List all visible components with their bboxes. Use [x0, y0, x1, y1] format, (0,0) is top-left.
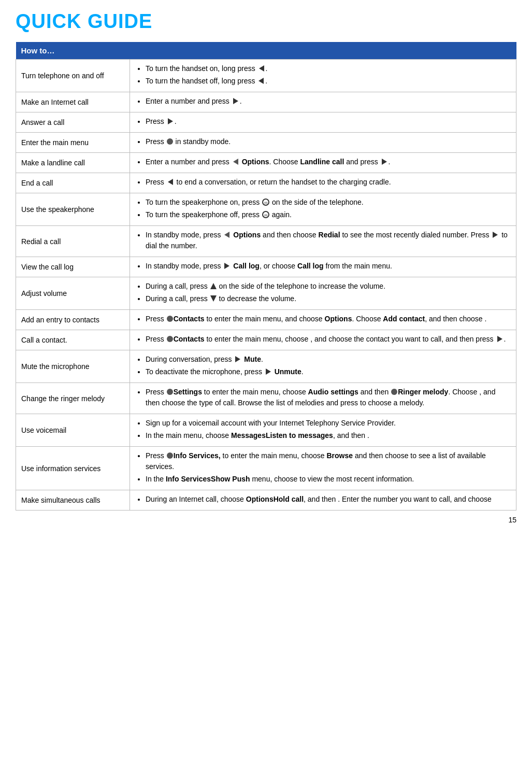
- table-row: Make an Internet callEnter a number and …: [16, 92, 516, 112]
- row-label: View the call log: [16, 257, 130, 277]
- list-item: Enter a number and press Options. Choose…: [146, 157, 511, 167]
- svg-point-18: [167, 336, 173, 342]
- svg-text:∞: ∞: [264, 200, 267, 205]
- svg-point-24: [167, 452, 173, 459]
- svg-marker-20: [235, 356, 240, 362]
- row-content: Press Contacts to enter the main menu, a…: [130, 310, 516, 330]
- svg-marker-16: [210, 295, 217, 302]
- table-header-col1: How to…: [16, 42, 516, 60]
- list-item: Press to end a conversation, or return t…: [146, 177, 511, 188]
- list-item: Sign up for a voicemail account with you…: [146, 418, 511, 429]
- table-row: Add an entry to contactsPress Contacts t…: [16, 310, 516, 330]
- svg-marker-12: [224, 232, 229, 238]
- row-content: Press Settings to enter the main menu, c…: [130, 383, 516, 414]
- row-label: Make an Internet call: [16, 92, 130, 112]
- row-content: Press in standby mode.: [130, 133, 516, 153]
- svg-marker-1: [258, 78, 264, 84]
- row-label: Call a contact.: [16, 330, 130, 350]
- svg-marker-2: [233, 98, 238, 104]
- row-content: Press .: [130, 112, 516, 133]
- table-row: Adjust volumeDuring a call, press on the…: [16, 277, 516, 310]
- list-item: Press Contacts to enter the main menu, c…: [146, 334, 511, 345]
- list-item: During a call, press on the side of the …: [146, 281, 511, 292]
- row-label: Change the ringer melody: [16, 383, 130, 414]
- row-label: Mute the microphone: [16, 350, 130, 383]
- row-content: During an Internet call, choose OptionsH…: [130, 490, 516, 511]
- list-item: Press Settings to enter the main menu, c…: [146, 387, 511, 408]
- svg-marker-21: [266, 369, 271, 375]
- row-label: Use voicemail: [16, 414, 130, 447]
- table-row: View the call logIn standby mode, press …: [16, 257, 516, 277]
- table-row: Use information servicesPress Info Servi…: [16, 447, 516, 490]
- svg-text:∞: ∞: [264, 212, 267, 218]
- svg-marker-19: [497, 336, 502, 342]
- svg-marker-13: [493, 232, 498, 238]
- svg-marker-15: [210, 283, 217, 289]
- row-label: Add an entry to contacts: [16, 310, 130, 330]
- row-label: Turn telephone on and off: [16, 60, 130, 92]
- row-label: Answer a call: [16, 112, 130, 133]
- svg-marker-0: [259, 65, 264, 72]
- table-row: Enter the main menuPress in standby mode…: [16, 133, 516, 153]
- quick-guide-table: How to… Turn telephone on and offTo turn…: [16, 42, 516, 511]
- row-label: Enter the main menu: [16, 133, 130, 153]
- row-label: Use information services: [16, 447, 130, 490]
- svg-point-23: [391, 389, 397, 395]
- table-row: Answer a callPress .: [16, 112, 516, 133]
- svg-marker-6: [382, 159, 387, 165]
- list-item: Press .: [146, 116, 511, 127]
- list-item: During an Internet call, choose OptionsH…: [146, 494, 511, 505]
- list-item: To turn the handset off, long press .: [146, 76, 511, 87]
- list-item: Enter a number and press .: [146, 96, 511, 107]
- row-content: Enter a number and press Options. Choose…: [130, 153, 516, 173]
- list-item: Press Info Services, to enter the main m…: [146, 450, 511, 472]
- list-item: In the main menu, choose MessagesListen …: [146, 430, 511, 441]
- table-row: End a callPress to end a conversation, o…: [16, 173, 516, 193]
- row-content: Press Contacts to enter the main menu, c…: [130, 330, 516, 350]
- table-row: Make a landline callEnter a number and p…: [16, 153, 516, 173]
- list-item: In standby mode, press Options and then …: [146, 230, 511, 251]
- row-content: Enter a number and press .: [130, 92, 516, 112]
- list-item: In standby mode, press Call log, or choo…: [146, 261, 511, 272]
- row-content: During a call, press on the side of the …: [130, 277, 516, 310]
- list-item: During a call, press to decrease the vol…: [146, 293, 511, 304]
- table-row: Use the speakerphoneTo turn the speakerp…: [16, 193, 516, 226]
- svg-point-22: [167, 389, 173, 395]
- svg-point-4: [167, 138, 173, 145]
- list-item: To turn the handset on, long press .: [146, 63, 511, 74]
- svg-point-17: [167, 316, 173, 322]
- table-row: Turn telephone on and offTo turn the han…: [16, 60, 516, 92]
- row-content: Press Info Services, to enter the main m…: [130, 447, 516, 490]
- row-content: To turn the speakerphone on, press ∞ on …: [130, 193, 516, 226]
- svg-marker-14: [224, 263, 229, 269]
- list-item: During conversation, press Mute.: [146, 354, 511, 365]
- row-content: To turn the handset on, long press .To t…: [130, 60, 516, 92]
- list-item: In the Info ServicesShow Push menu, choo…: [146, 474, 511, 485]
- table-row: Call a contact.Press Contacts to enter t…: [16, 330, 516, 350]
- row-content: During conversation, press Mute.To deact…: [130, 350, 516, 383]
- row-label: Make a landline call: [16, 153, 130, 173]
- row-label: Use the speakerphone: [16, 193, 130, 226]
- list-item: To deactivate the microphone, press Unmu…: [146, 366, 511, 377]
- row-label: End a call: [16, 173, 130, 193]
- page-title: QUICK GUIDE: [16, 10, 516, 33]
- list-item: Press in standby mode.: [146, 136, 511, 147]
- row-content: Press to end a conversation, or return t…: [130, 173, 516, 193]
- svg-marker-5: [233, 159, 238, 165]
- page-number: 15: [16, 516, 516, 524]
- svg-marker-3: [168, 118, 173, 124]
- list-item: To turn the speakerphone off, press ∞ ag…: [146, 209, 511, 220]
- row-label: Make simultaneous calls: [16, 490, 130, 511]
- row-label: Adjust volume: [16, 277, 130, 310]
- table-row: Use voicemailSign up for a voicemail acc…: [16, 414, 516, 447]
- table-row: Change the ringer melodyPress Settings t…: [16, 383, 516, 414]
- list-item: To turn the speakerphone on, press ∞ on …: [146, 197, 511, 208]
- row-content: In standby mode, press Call log, or choo…: [130, 257, 516, 277]
- list-item: Press Contacts to enter the main menu, a…: [146, 314, 511, 324]
- table-row: Make simultaneous callsDuring an Interne…: [16, 490, 516, 511]
- row-label: Redial a call: [16, 226, 130, 257]
- table-row: Redial a callIn standby mode, press Opti…: [16, 226, 516, 257]
- row-content: Sign up for a voicemail account with you…: [130, 414, 516, 447]
- table-row: Mute the microphoneDuring conversation, …: [16, 350, 516, 383]
- svg-marker-7: [168, 179, 173, 185]
